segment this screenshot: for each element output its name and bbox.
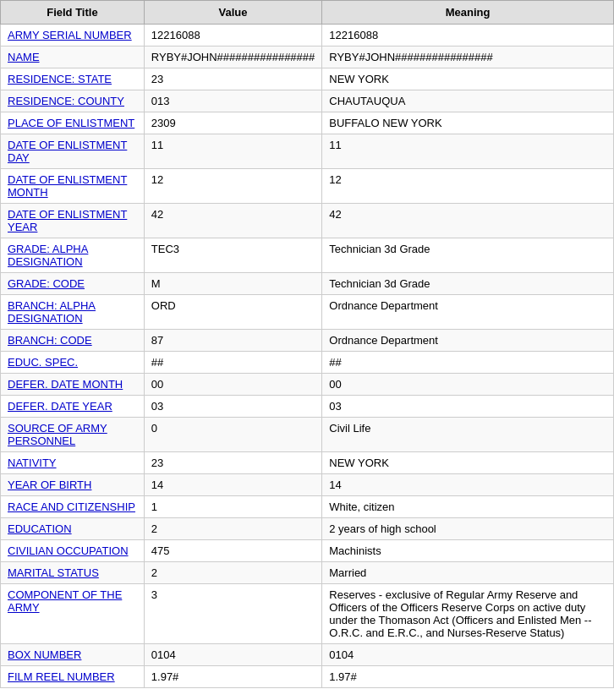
field-title-link[interactable]: RACE AND CITIZENSHIP — [8, 500, 135, 513]
field-meaning-cell: Machinists — [322, 540, 614, 562]
table-row: NATIVITY23NEW YORK — [1, 452, 614, 474]
field-title-link[interactable]: COMPONENT OF THE ARMY — [8, 588, 122, 614]
field-title-link[interactable]: EDUCATION — [8, 522, 72, 535]
field-meaning-cell: 2 years of high school — [322, 518, 614, 540]
field-meaning-cell: RYBY#JOHN################ — [322, 46, 614, 68]
field-meaning-cell: 1.97# — [322, 666, 614, 688]
field-value-cell: 14 — [144, 474, 321, 496]
field-title-link[interactable]: PLACE OF ENLISTMENT — [8, 117, 134, 129]
field-title-cell[interactable]: BOX NUMBER — [1, 644, 145, 666]
field-title-cell[interactable]: DATE OF ENLISTMENT DAY — [1, 134, 145, 169]
table-row: EDUC. SPEC.#### — [1, 352, 614, 374]
field-title-link[interactable]: DATE OF ENLISTMENT MONTH — [8, 173, 127, 199]
table-row: SOURCE OF ARMY PERSONNEL0Civil Life — [1, 418, 614, 452]
field-title-cell[interactable]: RACE AND CITIZENSHIP — [1, 496, 145, 518]
table-row: GRADE: CODEMTechnician 3d Grade — [1, 273, 614, 295]
field-title-cell[interactable]: GRADE: CODE — [1, 273, 145, 295]
field-title-link[interactable]: ARMY SERIAL NUMBER — [8, 29, 132, 41]
field-value-cell: 0 — [144, 418, 321, 452]
field-value-cell: RYBY#JOHN################ — [144, 46, 321, 68]
field-title-link[interactable]: CIVILIAN OCCUPATION — [8, 544, 129, 557]
field-title-link[interactable]: BRANCH: CODE — [8, 334, 92, 347]
field-meaning-cell: 12216088 — [322, 25, 614, 46]
table-row: FILM REEL NUMBER1.97#1.97# — [1, 666, 614, 688]
table-row: CIVILIAN OCCUPATION475Machinists — [1, 540, 614, 562]
field-title-cell[interactable]: RESIDENCE: COUNTY — [1, 90, 145, 112]
field-value-cell: M — [144, 273, 321, 295]
table-row: DATE OF ENLISTMENT DAY1111 — [1, 134, 614, 169]
field-meaning-cell: Ordnance Department — [322, 330, 614, 352]
field-value-cell: 42 — [144, 204, 321, 238]
field-title-link[interactable]: BOX NUMBER — [8, 648, 81, 661]
field-value-cell: 1.97# — [144, 666, 321, 688]
field-title-link[interactable]: NAME — [8, 51, 40, 63]
field-title-link[interactable]: BRANCH: ALPHA DESIGNATION — [8, 299, 96, 325]
field-title-link[interactable]: MARITAL STATUS — [8, 566, 99, 579]
field-title-link[interactable]: RESIDENCE: STATE — [8, 73, 112, 85]
table-row: BOX NUMBER01040104 — [1, 644, 614, 666]
field-title-link[interactable]: NATIVITY — [8, 457, 57, 469]
field-meaning-cell: NEW YORK — [322, 68, 614, 90]
field-title-cell[interactable]: PLACE OF ENLISTMENT — [1, 112, 145, 134]
field-title-link[interactable]: SOURCE OF ARMY PERSONNEL — [8, 422, 107, 447]
field-title-link[interactable]: RESIDENCE: COUNTY — [8, 95, 124, 107]
field-meaning-cell: Technician 3d Grade — [322, 238, 614, 273]
table-row: PLACE OF ENLISTMENT2309BUFFALO NEW YORK — [1, 112, 614, 134]
table-row: BRANCH: CODE87Ordnance Department — [1, 330, 614, 352]
field-title-cell[interactable]: RESIDENCE: STATE — [1, 68, 145, 90]
field-title-cell[interactable]: EDUC. SPEC. — [1, 352, 145, 374]
field-title-cell[interactable]: YEAR OF BIRTH — [1, 474, 145, 496]
table-row: GRADE: ALPHA DESIGNATIONTEC3Technician 3… — [1, 238, 614, 273]
field-value-cell: 23 — [144, 68, 321, 90]
field-value-cell: 1 — [144, 496, 321, 518]
field-meaning-cell: 00 — [322, 374, 614, 396]
field-title-link[interactable]: DATE OF ENLISTMENT YEAR — [8, 208, 127, 233]
field-title-cell[interactable]: EDUCATION — [1, 518, 145, 540]
field-title-cell[interactable]: MARITAL STATUS — [1, 562, 145, 584]
field-title-cell[interactable]: ARMY SERIAL NUMBER — [1, 25, 145, 46]
field-value-cell: 11 — [144, 134, 321, 169]
field-title-cell[interactable]: NATIVITY — [1, 452, 145, 474]
field-meaning-cell: 0104 — [322, 644, 614, 666]
field-title-link[interactable]: EDUC. SPEC. — [8, 356, 78, 369]
field-value-cell: 12 — [144, 169, 321, 204]
table-row: RESIDENCE: COUNTY013CHAUTAUQUA — [1, 90, 614, 112]
field-title-cell[interactable]: GRADE: ALPHA DESIGNATION — [1, 238, 145, 273]
field-title-cell[interactable]: BRANCH: ALPHA DESIGNATION — [1, 295, 145, 330]
field-value-cell: ## — [144, 352, 321, 374]
field-title-cell[interactable]: DEFER. DATE YEAR — [1, 396, 145, 418]
field-title-cell[interactable]: NAME — [1, 46, 145, 68]
field-title-cell[interactable]: DATE OF ENLISTMENT YEAR — [1, 204, 145, 238]
header-meaning: Meaning — [322, 1, 614, 25]
field-value-cell: 013 — [144, 90, 321, 112]
field-title-cell[interactable]: BRANCH: CODE — [1, 330, 145, 352]
table-row: BRANCH: ALPHA DESIGNATIONORDOrdnance Dep… — [1, 295, 614, 330]
field-title-link[interactable]: DATE OF ENLISTMENT DAY — [8, 139, 127, 164]
field-value-cell: 12216088 — [144, 25, 321, 46]
field-title-cell[interactable]: SOURCE OF ARMY PERSONNEL — [1, 418, 145, 452]
field-title-link[interactable]: GRADE: ALPHA DESIGNATION — [8, 243, 88, 268]
table-row: DATE OF ENLISTMENT YEAR4242 — [1, 204, 614, 238]
field-title-cell[interactable]: DEFER. DATE MONTH — [1, 374, 145, 396]
field-title-link[interactable]: FILM REEL NUMBER — [8, 670, 115, 683]
field-meaning-cell: CHAUTAUQUA — [322, 90, 614, 112]
field-title-cell[interactable]: DATE OF ENLISTMENT MONTH — [1, 169, 145, 204]
table-row: DEFER. DATE MONTH0000 — [1, 374, 614, 396]
field-meaning-cell: White, citizen — [322, 496, 614, 518]
field-value-cell: 2 — [144, 518, 321, 540]
field-title-cell[interactable]: FILM REEL NUMBER — [1, 666, 145, 688]
field-title-cell[interactable]: COMPONENT OF THE ARMY — [1, 584, 145, 644]
field-meaning-cell: 03 — [322, 396, 614, 418]
field-value-cell: 2 — [144, 562, 321, 584]
field-value-cell: 00 — [144, 374, 321, 396]
table-row: RESIDENCE: STATE23NEW YORK — [1, 68, 614, 90]
field-title-link[interactable]: DEFER. DATE YEAR — [8, 400, 112, 413]
field-title-link[interactable]: DEFER. DATE MONTH — [8, 378, 123, 391]
field-value-cell: 3 — [144, 584, 321, 644]
field-meaning-cell: Married — [322, 562, 614, 584]
field-title-cell[interactable]: CIVILIAN OCCUPATION — [1, 540, 145, 562]
field-title-link[interactable]: YEAR OF BIRTH — [8, 479, 91, 491]
table-row: NAMERYBY#JOHN################RYBY#JOHN##… — [1, 46, 614, 68]
field-value-cell: 475 — [144, 540, 321, 562]
field-title-link[interactable]: GRADE: CODE — [8, 277, 85, 290]
